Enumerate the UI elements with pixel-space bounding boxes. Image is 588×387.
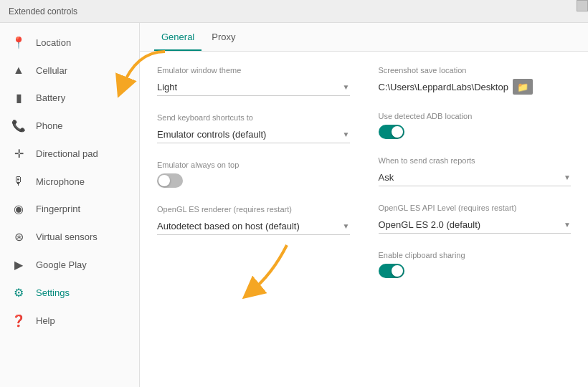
always-on-top-toggle[interactable]: [157, 173, 183, 188]
folder-button[interactable]: [513, 79, 533, 95]
emulator-theme-dropdown[interactable]: Light ▼: [157, 79, 350, 96]
emulator-theme-value: Light: [157, 82, 340, 92]
sidebar-item-label: Settings: [36, 287, 70, 298]
always-on-top-toggle-knob: [158, 175, 170, 186]
adb-location-toggle-knob: [392, 126, 403, 138]
screenshot-save-label: Screenshot save location: [379, 66, 572, 75]
adb-location-group: Use detected ADB location: [379, 112, 572, 139]
title-bar: Extended controls: [0, 0, 588, 23]
emulator-theme-label: Emulator window theme: [157, 66, 350, 75]
sidebar-item-directional-pad[interactable]: ✛ Directional pad: [0, 140, 139, 168]
sidebar-item-label: Fingerprint: [36, 204, 80, 214]
main-content: General Proxy Emulator window theme Ligh…: [140, 23, 588, 387]
sidebar-item-label: Directional pad: [36, 148, 98, 159]
opengl-renderer-group: OpenGL ES renderer (requires restart) Au…: [157, 205, 350, 235]
clipboard-sharing-toggle-container: [379, 264, 572, 278]
clipboard-sharing-toggle[interactable]: [379, 264, 404, 278]
keyboard-shortcuts-dropdown[interactable]: Emulator controls (default) ▼: [157, 126, 350, 143]
sidebar-item-fingerprint[interactable]: ◉ Fingerprint: [0, 195, 139, 223]
cellular-icon: ▲: [11, 64, 26, 77]
adb-location-toggle[interactable]: [379, 125, 404, 139]
sensors-icon: ⊛: [11, 230, 26, 244]
crash-dropdown-arrow: ▼: [564, 173, 571, 181]
tab-general[interactable]: General: [154, 23, 201, 51]
sidebar-item-label: Battery: [36, 92, 65, 103]
keyboard-shortcuts-label: Send keyboard shortcuts to: [157, 113, 350, 122]
opengl-api-group: OpenGL ES API Level (requires restart) O…: [379, 204, 572, 234]
sidebar-item-label: Google Play: [36, 259, 87, 270]
battery-icon: ▮: [11, 91, 26, 105]
sidebar-item-label: Microphone: [36, 176, 85, 187]
sidebar-item-location[interactable]: 📍 Location: [0, 29, 139, 57]
always-on-top-label: Emulator always on top: [157, 161, 350, 169]
tab-proxy[interactable]: Proxy: [204, 23, 242, 51]
settings-icon: ⚙: [11, 286, 26, 300]
clipboard-sharing-group: Enable clipboard sharing: [379, 251, 572, 278]
screenshot-save-group: Screenshot save location C:\Users\Leppar…: [379, 66, 572, 95]
adb-location-toggle-container: [379, 125, 572, 139]
opengl-renderer-label: OpenGL ES renderer (requires restart): [157, 205, 350, 214]
api-dropdown-arrow: ▼: [564, 221, 571, 229]
screenshot-save-value-row: C:\Users\LeppardLabs\Desktop: [379, 79, 572, 95]
emulator-theme-group: Emulator window theme Light ▼: [157, 66, 350, 96]
sidebar-item-google-play[interactable]: ▶ Google Play: [0, 251, 139, 279]
crash-reports-label: When to send crash reports: [379, 156, 572, 165]
help-icon: ❓: [11, 314, 26, 328]
sidebar-item-microphone[interactable]: 🎙 Microphone: [0, 168, 139, 195]
keyboard-shortcuts-group: Send keyboard shortcuts to Emulator cont…: [157, 113, 350, 143]
sidebar-item-virtual-sensors[interactable]: ⊛ Virtual sensors: [0, 223, 139, 251]
sidebar-item-label: Virtual sensors: [36, 231, 98, 242]
opengl-api-dropdown[interactable]: OpenGL ES 2.0 (default) ▼: [379, 216, 572, 234]
location-icon: 📍: [11, 36, 26, 49]
sidebar: 📍 Location ▲ Cellular ▮ Battery 📞 Phone …: [0, 23, 140, 387]
adb-location-label: Use detected ADB location: [379, 112, 572, 120]
clipboard-sharing-toggle-knob: [392, 265, 403, 277]
keyboard-shortcuts-value: Emulator controls (default): [157, 129, 340, 140]
clipboard-sharing-label: Enable clipboard sharing: [379, 251, 572, 259]
settings-grid: Emulator window theme Light ▼ Send keybo…: [140, 52, 588, 310]
microphone-icon: 🎙: [11, 175, 26, 188]
crash-reports-group: When to send crash reports Ask ▼: [379, 156, 572, 186]
right-column: Screenshot save location C:\Users\Leppar…: [379, 66, 572, 295]
sidebar-item-label: Help: [36, 315, 55, 326]
phone-icon: 📞: [11, 119, 26, 133]
crash-reports-dropdown[interactable]: Ask ▼: [379, 169, 572, 186]
renderer-dropdown-arrow: ▼: [343, 222, 350, 230]
opengl-api-value: OpenGL ES 2.0 (default): [379, 219, 561, 230]
sidebar-item-label: Cellular: [36, 65, 67, 76]
always-on-top-group: Emulator always on top: [157, 161, 350, 188]
dpad-icon: ✛: [11, 147, 26, 161]
fingerprint-icon: ◉: [11, 202, 26, 216]
tabs-bar: General Proxy: [140, 23, 588, 52]
shortcuts-dropdown-arrow: ▼: [343, 130, 350, 138]
title-label: Extended controls: [9, 6, 77, 16]
sidebar-item-settings[interactable]: ⚙ Settings: [0, 279, 139, 307]
sidebar-item-battery[interactable]: ▮ Battery: [0, 84, 139, 112]
opengl-renderer-value: Autodetect based on host (default): [157, 221, 340, 231]
sidebar-item-phone[interactable]: 📞 Phone: [0, 112, 139, 140]
sidebar-item-help[interactable]: ❓ Help: [0, 307, 139, 335]
screenshot-save-path: C:\Users\LeppardLabs\Desktop: [379, 82, 508, 92]
google-play-icon: ▶: [11, 258, 26, 272]
sidebar-item-label: Phone: [36, 120, 63, 131]
opengl-api-label: OpenGL ES API Level (requires restart): [379, 204, 572, 212]
sidebar-item-label: Location: [36, 37, 71, 48]
always-on-top-toggle-container: [157, 173, 350, 188]
left-column: Emulator window theme Light ▼ Send keybo…: [157, 66, 350, 295]
opengl-renderer-dropdown[interactable]: Autodetect based on host (default) ▼: [157, 218, 350, 235]
crash-reports-value: Ask: [379, 172, 561, 183]
sidebar-item-cellular[interactable]: ▲ Cellular: [0, 57, 139, 84]
scrollbar-button[interactable]: [577, 0, 588, 11]
theme-dropdown-arrow: ▼: [343, 83, 350, 91]
